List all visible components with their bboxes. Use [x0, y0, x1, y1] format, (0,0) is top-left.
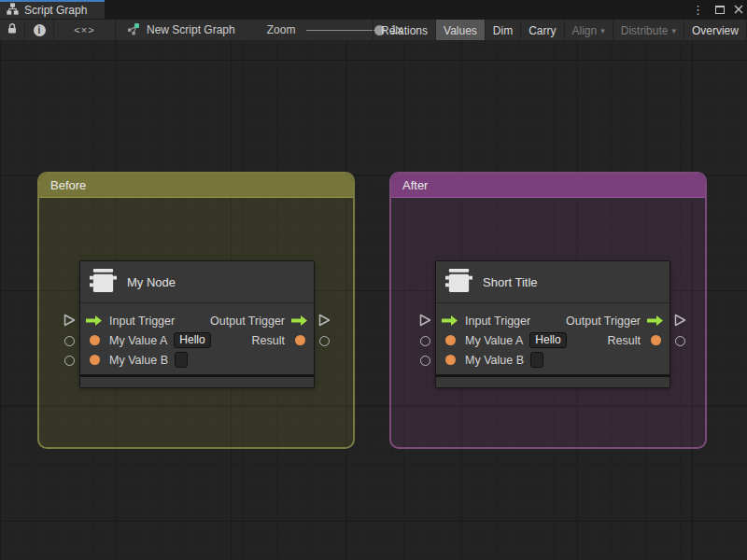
- overview-button[interactable]: Overview: [684, 20, 746, 41]
- value-input-field[interactable]: Hello: [174, 332, 210, 348]
- relations-button[interactable]: Relations: [373, 20, 435, 41]
- port-label: Input Trigger: [465, 315, 530, 328]
- value-input-port[interactable]: [442, 335, 458, 345]
- info-button[interactable]: i: [25, 20, 54, 40]
- align-button[interactable]: Align ▾: [564, 20, 613, 41]
- port-label: Result: [608, 334, 641, 347]
- group-label: Before: [50, 178, 86, 192]
- flow-output-port[interactable]: [291, 315, 308, 326]
- external-flow-port[interactable]: [63, 314, 76, 330]
- chevron-down-icon: ▾: [671, 26, 676, 35]
- values-button[interactable]: Values: [435, 20, 485, 41]
- external-flow-port[interactable]: [318, 314, 331, 330]
- flow-input-port[interactable]: [442, 315, 458, 326]
- group-before-header[interactable]: Before: [39, 174, 353, 198]
- port-label: Input Trigger: [109, 315, 175, 328]
- value-output-port[interactable]: [291, 335, 308, 345]
- external-value-port[interactable]: [64, 336, 75, 346]
- external-flow-port[interactable]: [674, 314, 686, 330]
- carry-button[interactable]: Carry: [520, 20, 563, 41]
- value-output-port[interactable]: [647, 335, 664, 345]
- external-value-port[interactable]: [420, 356, 430, 366]
- code-icon: <×>: [74, 24, 94, 35]
- unit-icon: [445, 266, 472, 298]
- port-label: Result: [252, 334, 285, 347]
- code-view-button[interactable]: <×>: [54, 20, 116, 40]
- group-label: After: [402, 178, 428, 192]
- external-value-port[interactable]: [319, 336, 330, 346]
- value-input-field[interactable]: [530, 352, 543, 368]
- node-my-node[interactable]: My Node Input Trigger Output Trigger: [79, 260, 315, 388]
- lock-icon: [7, 22, 18, 37]
- port-label: Output Trigger: [566, 315, 641, 328]
- port-label: My Value A: [109, 334, 167, 347]
- node-footer: [80, 377, 314, 387]
- value-input-field[interactable]: [175, 352, 188, 368]
- node-header[interactable]: Short Title: [436, 261, 669, 303]
- zoom-label: Zoom: [267, 23, 296, 36]
- tab-script-graph[interactable]: Script Graph: [0, 0, 105, 19]
- flow-input-port[interactable]: [86, 315, 103, 326]
- node-title: My Node: [127, 275, 176, 289]
- maximize-icon[interactable]: [715, 6, 725, 14]
- dim-button[interactable]: Dim: [485, 20, 520, 41]
- group-after-header[interactable]: After: [391, 174, 705, 198]
- distribute-button[interactable]: Distribute ▾: [613, 20, 684, 41]
- port-label: My Value A: [465, 334, 523, 347]
- external-flow-port[interactable]: [419, 314, 431, 330]
- external-value-port[interactable]: [675, 336, 685, 346]
- graph-name-label: New Script Graph: [147, 23, 235, 36]
- info-icon: i: [34, 24, 46, 36]
- value-input-field[interactable]: Hello: [529, 332, 566, 348]
- script-graph-icon: [7, 3, 19, 18]
- value-input-port[interactable]: [442, 355, 458, 365]
- port-label: My Value B: [465, 354, 524, 367]
- graph-canvas[interactable]: Before After My Node Input Trigger: [0, 40, 747, 560]
- port-label: Output Trigger: [210, 315, 285, 328]
- unit-icon: [90, 266, 117, 298]
- node-header[interactable]: My Node: [80, 261, 314, 303]
- window-menu-icon[interactable]: ⋮: [690, 4, 706, 16]
- chevron-down-icon: ▾: [600, 26, 605, 35]
- value-input-port[interactable]: [86, 335, 103, 345]
- node-footer: [436, 377, 669, 387]
- external-value-port[interactable]: [420, 336, 430, 346]
- zoom-slider[interactable]: [306, 30, 381, 31]
- graph-icon: [127, 22, 140, 38]
- tab-bar: Script Graph ⋮: [0, 0, 747, 19]
- node-short-title[interactable]: Short Title Input Trigger Output Trigger: [435, 260, 670, 388]
- flow-output-port[interactable]: [647, 315, 664, 326]
- lock-button[interactable]: [0, 20, 25, 40]
- toolbar: i <×> New Script Graph Zoom 1x Relations…: [0, 19, 747, 40]
- value-input-port[interactable]: [86, 355, 103, 365]
- tab-title: Script Graph: [24, 4, 87, 17]
- close-icon[interactable]: [734, 5, 743, 14]
- node-title: Short Title: [483, 275, 538, 289]
- external-value-port[interactable]: [64, 356, 75, 366]
- port-label: My Value B: [109, 354, 168, 367]
